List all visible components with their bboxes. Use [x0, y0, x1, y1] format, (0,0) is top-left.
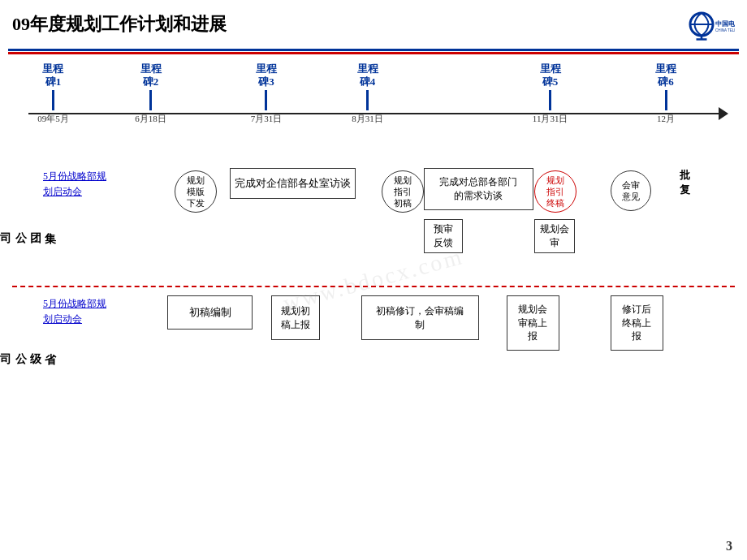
group-circle-zhiyin-zhonggao: 规划指引终稿 — [534, 170, 576, 213]
province-link-1[interactable]: 5月份战略部规划启动会 — [43, 295, 106, 326]
milestone-4-tick — [366, 90, 369, 110]
milestone-3-label: 里程碑3 — [256, 62, 277, 88]
red-divider — [8, 52, 739, 54]
group-text-pifu: 批复 — [680, 168, 690, 197]
main-content: 里程碑1 09年5月 里程碑2 6月18日 里程碑3 7月31日 里程碑4 8月… — [0, 62, 747, 397]
page-title: 09年度规划工作计划和进展 — [12, 8, 227, 37]
province-box-chugao-shangbao: 规划初稿上报 — [271, 295, 320, 340]
group-company-section: 集团公司 5月份战略部规划启动会 规划模版下发 完成对企信部各处室访谈 规划指引… — [12, 164, 735, 282]
group-circle-guihua-moban: 规划模版下发 — [175, 170, 217, 213]
milestone-6: 里程碑6 12月 — [655, 62, 676, 125]
milestone-1-tick — [52, 90, 54, 110]
group-company-content: 5月份战略部规划启动会 规划模版下发 完成对企信部各处室访谈 规划指引初稿 完成… — [43, 164, 735, 282]
province-company-section: 省级公司 5月份战略部规划启动会 初稿编制 规划初稿上报 初稿修订，会审稿编制 … — [12, 291, 735, 397]
milestone-1-date: 09年5月 — [37, 113, 69, 125]
province-box-huishen-shangbao: 规划会审稿上报 — [507, 295, 559, 351]
milestone-3-tick — [265, 90, 267, 110]
milestone-3-date: 7月31日 — [251, 113, 283, 125]
group-box-guihua-huishen: 规划会审 — [534, 219, 575, 253]
milestone-5-date: 11月31日 — [533, 113, 568, 125]
province-company-content: 5月份战略部规划启动会 初稿编制 规划初稿上报 初稿修订，会审稿编制 规划会审稿… — [43, 291, 735, 397]
group-box-yushen: 预审反馈 — [424, 219, 463, 253]
blue-divider — [8, 49, 739, 51]
milestone-2-label: 里程碑2 — [140, 62, 162, 88]
china-telecom-logo: 中国电信 CHINA TELECOM — [686, 8, 735, 45]
milestone-2-date: 6月18日 — [135, 113, 166, 125]
milestone-6-date: 12月 — [657, 113, 675, 125]
province-link-1-text[interactable]: 5月份战略部规划启动会 — [43, 298, 106, 325]
group-circle-zhiyin-chugao: 规划指引初稿 — [382, 170, 424, 213]
group-box-qixin: 完成对企信部各处室访谈 — [230, 168, 356, 199]
milestone-4-date: 8月31日 — [352, 113, 383, 125]
milestone-5: 里程碑5 11月31日 — [533, 62, 568, 125]
group-company-label: 集团公司 — [12, 164, 43, 282]
milestone-2-tick — [149, 90, 152, 110]
logo-area: 中国电信 CHINA TELECOM — [686, 8, 735, 45]
milestone-6-label: 里程碑6 — [655, 62, 676, 88]
milestone-1-label: 里程碑1 — [42, 62, 63, 88]
milestone-4-label: 里程碑4 — [357, 62, 378, 88]
svg-text:CHINA TELECOM: CHINA TELECOM — [715, 28, 735, 32]
page-number: 3 — [726, 539, 732, 554]
milestone-1: 里程碑1 09年5月 — [37, 62, 69, 125]
milestone-5-tick — [549, 90, 551, 110]
svg-text:中国电信: 中国电信 — [715, 20, 735, 28]
milestone-6-tick — [665, 90, 667, 110]
province-box-zhonggao-shangbao: 修订后终稿上报 — [611, 295, 663, 351]
group-link-1-text[interactable]: 5月份战略部规划启动会 — [43, 170, 106, 197]
milestone-2: 里程碑2 6月18日 — [135, 62, 166, 125]
milestone-4: 里程碑4 8月31日 — [352, 62, 383, 125]
province-company-label: 省级公司 — [12, 291, 43, 397]
province-box-xiuding: 初稿修订，会审稿编制 — [361, 295, 479, 340]
milestone-3: 里程碑3 7月31日 — [251, 62, 283, 125]
timeline-arrow — [719, 107, 728, 120]
group-link-1[interactable]: 5月份战略部规划启动会 — [43, 168, 106, 199]
header: 09年度规划工作计划和进展 中国电信 CHINA TELECOM — [0, 0, 747, 49]
dashed-divider — [12, 286, 735, 287]
province-box-chugao-bianzhi: 初稿编制 — [167, 295, 253, 330]
milestone-5-label: 里程碑5 — [540, 62, 561, 88]
group-circle-huishen: 会审意见 — [611, 170, 651, 211]
timeline: 里程碑1 09年5月 里程碑2 6月18日 里程碑3 7月31日 里程碑4 8月… — [12, 62, 735, 160]
group-box-zongbu: 完成对总部各部门的需求访谈 — [424, 168, 533, 210]
